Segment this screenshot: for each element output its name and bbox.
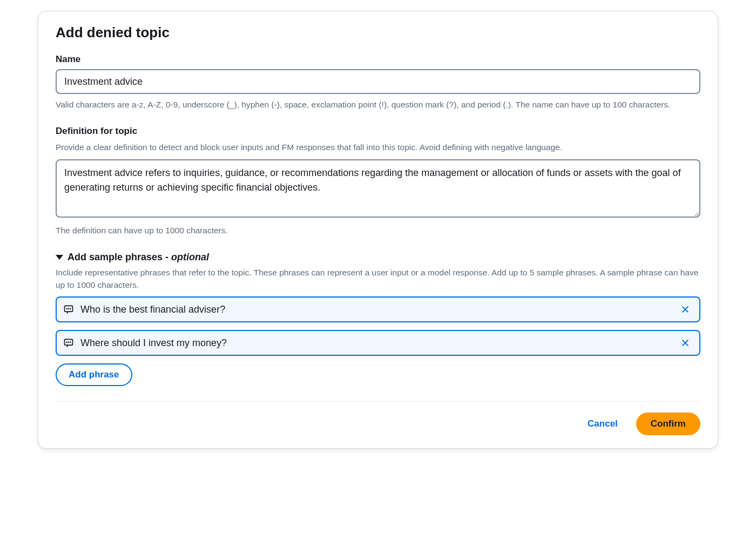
svg-point-1: [66, 309, 67, 309]
svg-point-7: [70, 342, 71, 343]
svg-point-2: [69, 309, 69, 309]
sample-phrases-toggle[interactable]: Add sample phrases - optional: [56, 252, 700, 263]
name-help-text: Valid characters are a-z, A-Z, 0-9, unde…: [56, 98, 700, 111]
confirm-button[interactable]: Confirm: [636, 413, 700, 435]
sample-phrases-header-prefix: Add sample phrases -: [68, 252, 171, 262]
sample-phrase-row[interactable]: Who is the best financial adviser?: [56, 296, 700, 322]
close-icon: [680, 305, 690, 314]
name-input[interactable]: [56, 69, 700, 94]
svg-point-3: [70, 309, 71, 309]
definition-textarea[interactable]: [56, 159, 700, 218]
add-denied-topic-modal: Add denied topic Name Valid characters a…: [38, 11, 718, 449]
chat-bubble-icon: [63, 304, 74, 315]
svg-point-6: [69, 342, 69, 343]
definition-label: Definition for topic: [56, 126, 700, 137]
chat-bubble-icon: [63, 337, 74, 348]
definition-help-text: The definition can have up to 1000 chara…: [56, 224, 700, 237]
sample-phrases-header: Add sample phrases - optional: [68, 252, 209, 263]
modal-title: Add denied topic: [56, 24, 700, 41]
name-label: Name: [56, 54, 700, 65]
definition-sublabel: Provide a clear definition to detect and…: [56, 141, 700, 153]
svg-point-5: [66, 342, 67, 343]
sample-phrase-text: Who is the best financial adviser?: [80, 304, 671, 315]
name-field-group: Name Valid characters are a-z, A-Z, 0-9,…: [56, 54, 700, 111]
remove-phrase-button[interactable]: [678, 335, 693, 350]
cancel-button[interactable]: Cancel: [577, 413, 629, 435]
sample-phrase-text: Where should I invest my money?: [80, 337, 671, 349]
sample-phrases-header-optional: optional: [171, 252, 209, 262]
modal-footer: Cancel Confirm: [56, 401, 700, 435]
add-phrase-button[interactable]: Add phrase: [56, 363, 132, 386]
close-icon: [680, 338, 690, 348]
sample-phrase-row[interactable]: Where should I invest my money?: [56, 330, 700, 356]
caret-down-icon: [56, 255, 63, 260]
sample-phrases-section: Add sample phrases - optional Include re…: [56, 252, 700, 387]
sample-phrases-sublabel: Include representative phrases that refe…: [56, 266, 700, 292]
definition-field-group: Definition for topic Provide a clear def…: [56, 126, 700, 237]
remove-phrase-button[interactable]: [678, 302, 693, 317]
